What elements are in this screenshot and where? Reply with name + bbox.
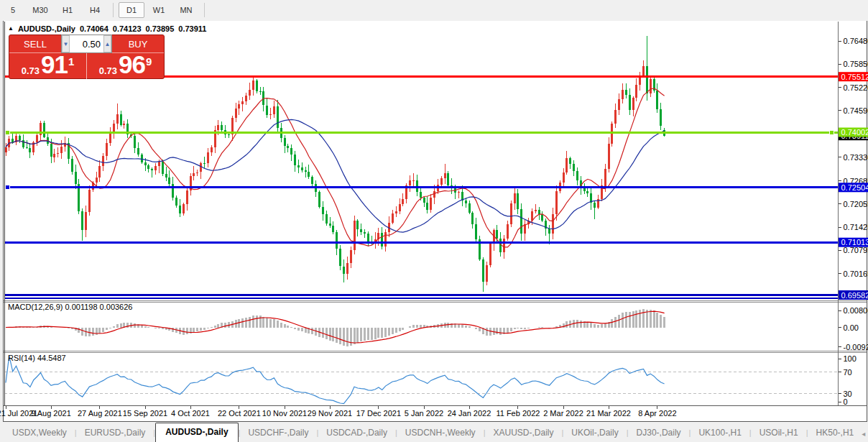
price-tick: 0.76480	[844, 37, 868, 45]
chart-tab-usoil[interactable]: USOil-,H1	[752, 424, 806, 442]
sell-price-big: 91	[41, 52, 68, 77]
macd-label: MACD(12,26,9) 0.001198 0.003626	[8, 303, 132, 311]
price-tick: 0.74590	[844, 106, 868, 115]
chart-tab-eurusd[interactable]: EURUSD-,Daily	[77, 424, 154, 442]
svg-text:0.74002: 0.74002	[841, 128, 868, 137]
chart-tab-audusd[interactable]: AUDUSD-,Daily	[155, 423, 238, 442]
chart-tab-xauusd[interactable]: XAUUSD-,Daily	[485, 424, 561, 442]
date-tick: 24 Jan 2022	[448, 409, 491, 418]
tab-scroll-left-icon[interactable]: ◂	[862, 430, 865, 438]
date-tick: 17 Dec 2021	[356, 409, 401, 418]
chart-tab-usdcad[interactable]: USDCAD-,Daily	[318, 424, 395, 442]
ohlc-high: 0.74123	[113, 24, 142, 33]
sell-price-display[interactable]: 0.73 91 1	[9, 53, 87, 79]
sell-price-sup: 1	[68, 56, 74, 67]
price-badge-0.72504: 0.72504	[839, 183, 868, 192]
chart-tab-ukoil[interactable]: UKOil-,Daily	[563, 424, 626, 442]
symbol-name: AUDUSD-,Daily	[18, 24, 75, 33]
chart-tab-bar: USDX,Weekly|EURUSD-,Daily|AUDUSD-,Daily|…	[0, 423, 868, 442]
chart-title: ▲ AUDUSD-,Daily 0.74064 0.74123 0.73895 …	[8, 24, 206, 33]
price-tick: 0.73330	[844, 153, 868, 162]
volume-input[interactable]	[70, 35, 103, 52]
svg-text:0.75512: 0.75512	[841, 73, 868, 81]
buy-price-sup: 9	[146, 56, 152, 67]
chart-plot[interactable]: MACD(12,26,9) 0.001198 0.003626RSI(14) 4…	[0, 21, 868, 421]
price-badge-0.71013: 0.71013	[839, 238, 868, 247]
date-tick: 4 Oct 2021	[171, 409, 210, 418]
date-tick: 21 Mar 2022	[586, 409, 631, 418]
date-tick: 22 Oct 2021	[218, 409, 261, 418]
line-handle	[5, 130, 9, 134]
sell-price-prefix: 0.73	[22, 66, 40, 75]
price-badge-0.69582: 0.69582	[839, 290, 868, 300]
line-handle	[829, 130, 834, 134]
date-tick: 15 Sep 2021	[123, 409, 167, 418]
ohlc-open: 0.74064	[80, 24, 108, 33]
svg-text:0.69582: 0.69582	[841, 291, 868, 300]
rsi-tick: 0	[844, 397, 848, 406]
date-tick: 10 Nov 2021	[262, 409, 307, 418]
one-click-trading-panel: SELL ▼ ▲ BUY 0.73 91 1 0.73 96 9	[9, 34, 165, 79]
ohlc-low: 0.73895	[146, 24, 175, 33]
date-tick: 8 Apr 2022	[638, 409, 676, 418]
price-tick: 0.72055	[844, 200, 868, 208]
svg-text:0.71013: 0.71013	[841, 238, 868, 247]
chart-tab-usdcnh[interactable]: USDCNH-,Weekly	[397, 424, 484, 442]
buy-price-prefix: 0.73	[99, 66, 117, 75]
svg-text:0.72504: 0.72504	[841, 183, 868, 192]
mt4-terminal: 5M30H1H4D1W1MN MACD(12,26,9) 0.001198 0.…	[0, 0, 868, 442]
line-handle	[5, 185, 9, 190]
price-tick: 0.75220	[844, 83, 868, 92]
macd-tick: -0.009286	[844, 343, 868, 351]
chart-tab-usdx[interactable]: USDX,Weekly	[4, 424, 75, 442]
rsi-label: RSI(14) 44.5487	[8, 354, 66, 362]
macd-tick: 0.008061	[844, 306, 868, 315]
buy-price-big: 96	[119, 52, 145, 77]
ohlc-close: 0.73911	[178, 24, 206, 33]
price-tick: 0.71425	[844, 223, 868, 231]
rsi-tick: 70	[844, 368, 852, 377]
price-tick: 0.75850	[844, 60, 868, 68]
price-tick: 0.70165	[844, 270, 868, 278]
volume-increase-button[interactable]: ▲	[103, 35, 111, 52]
chart-tab-hk50[interactable]: HK50-,H1	[808, 424, 862, 442]
chart-tab-dj30[interactable]: DJ30-,Daily	[629, 424, 689, 442]
date-tick: 29 Nov 2021	[308, 409, 352, 418]
date-tick: 5 Jan 2022	[405, 409, 443, 418]
price-badge-0.75512: 0.75512	[839, 72, 868, 81]
date-tick: 11 Feb 2022	[496, 409, 540, 418]
price-badge-0.74002: 0.74002	[839, 128, 868, 137]
rsi-tick: 30	[844, 390, 852, 398]
chart-tab-uk100[interactable]: UK100-,H1	[691, 424, 749, 442]
volume-stepper: ▼ ▲	[61, 34, 112, 53]
collapse-ohlc-icon[interactable]: ▲	[8, 25, 14, 32]
price-tick: 0.70795	[844, 246, 868, 254]
rsi-tick: 100	[844, 354, 857, 363]
tab-scroll-buttons: ◂▸	[862, 430, 868, 442]
chart-tab-usdchf[interactable]: USDCHF-,Daily	[240, 424, 316, 442]
buy-price-display[interactable]: 0.73 96 9	[87, 53, 164, 79]
date-tick: 2 Mar 2022	[543, 409, 583, 418]
macd-tick: 0.00	[844, 323, 859, 332]
date-tick: 9 Aug 2021	[31, 409, 71, 418]
date-tick: 27 Aug 2021	[78, 409, 122, 418]
